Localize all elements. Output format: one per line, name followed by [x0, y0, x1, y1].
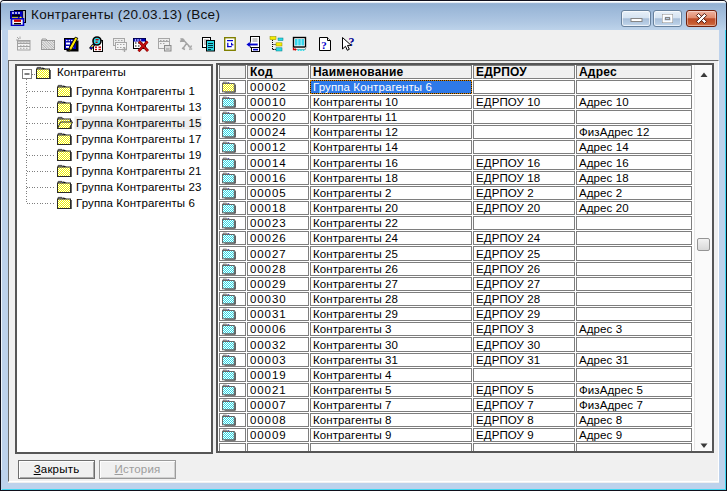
svg-text:?: ?: [321, 39, 327, 51]
svg-text:?: ?: [348, 36, 354, 49]
